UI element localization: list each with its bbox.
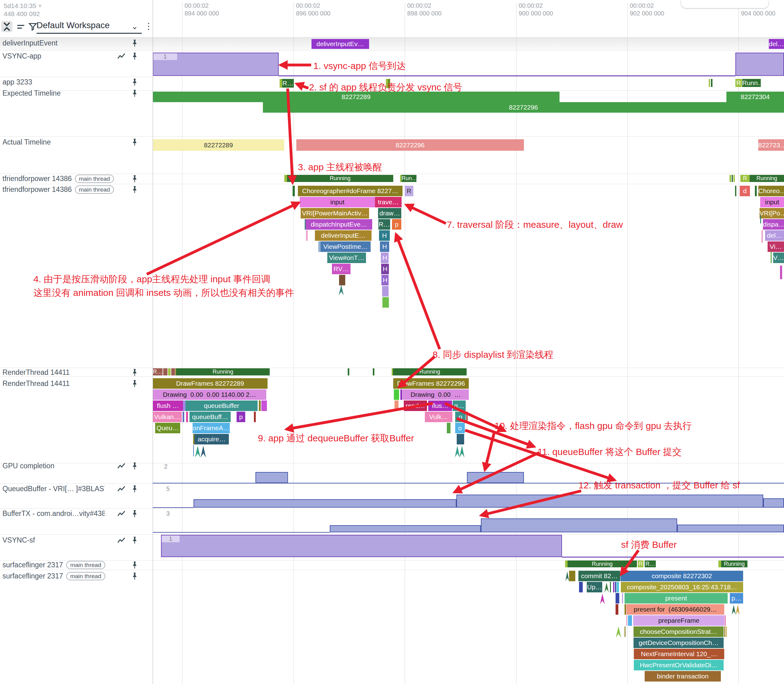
slice[interactable]: Choreo… <box>758 186 784 196</box>
slice[interactable]: 1 <box>153 53 177 60</box>
slice-fragment[interactable] <box>382 297 389 308</box>
slice-fragment[interactable] <box>293 186 295 196</box>
track-row[interactable]: Expected Timeline <box>0 89 153 99</box>
slice[interactable]: R… <box>378 219 390 230</box>
instant-marker-icon[interactable] <box>455 446 460 457</box>
slice[interactable]: DrawFrames 82272289 <box>153 378 268 389</box>
slice-fragment[interactable] <box>318 241 320 252</box>
slice[interactable]: flus… <box>428 400 452 411</box>
slice[interactable]: Running <box>393 368 467 376</box>
slice-fragment[interactable] <box>284 175 287 182</box>
workspace-selector[interactable]: Default Workspace <box>37 21 142 34</box>
slice[interactable]: R <box>405 186 413 196</box>
track-row[interactable]: surfaceflinger 2317main thread <box>0 572 153 582</box>
slice[interactable]: commit 82… <box>579 571 620 581</box>
slice[interactable]: Running <box>721 560 747 567</box>
slice-fragment[interactable] <box>736 53 784 76</box>
slice-fragment[interactable] <box>616 604 618 615</box>
slice-fragment[interactable] <box>725 615 726 626</box>
slice-fragment[interactable] <box>280 79 282 87</box>
pin-icon[interactable] <box>131 462 139 472</box>
slice[interactable]: Running <box>567 560 637 567</box>
instant-marker-icon[interactable] <box>566 571 569 581</box>
slice[interactable]: Run… <box>402 175 417 182</box>
slice[interactable]: Vi… <box>768 241 784 252</box>
slice[interactable]: queueBuffer <box>186 400 258 411</box>
slice[interactable]: p… <box>730 593 743 603</box>
track-row[interactable]: RenderThread 14411 <box>0 368 153 378</box>
slice-fragment[interactable] <box>615 582 616 592</box>
pin-icon[interactable] <box>131 52 139 62</box>
slice-fragment[interactable] <box>466 411 467 422</box>
slice-fragment[interactable] <box>760 215 761 223</box>
slice-fragment[interactable] <box>732 175 733 182</box>
pin-icon[interactable] <box>131 572 139 582</box>
slice[interactable]: draw… <box>378 208 401 218</box>
pin-icon[interactable] <box>131 485 139 495</box>
kebab-menu-icon[interactable]: ⋮ <box>144 21 153 31</box>
slice-fragment[interactable] <box>456 495 763 508</box>
slice[interactable]: R… <box>153 368 163 376</box>
slice[interactable]: binder transaction <box>645 671 721 682</box>
slice[interactable]: H <box>379 230 390 241</box>
instant-marker-icon[interactable] <box>616 626 621 637</box>
slice[interactable]: trave… <box>375 197 402 207</box>
slice[interactable]: input <box>760 197 784 207</box>
slice-fragment[interactable] <box>622 593 623 603</box>
slice-fragment[interactable] <box>624 626 626 637</box>
slice-fragment[interactable] <box>382 286 389 297</box>
slice[interactable]: Vulkan… <box>153 411 182 422</box>
slice[interactable]: 82272296 <box>263 102 784 113</box>
slice-fragment[interactable] <box>254 411 256 422</box>
filter-icon[interactable] <box>29 22 37 32</box>
slice[interactable]: 822723… <box>758 139 784 151</box>
slice[interactable]: H <box>380 241 389 252</box>
slice[interactable]: Up… <box>587 582 602 592</box>
slice-fragment[interactable] <box>616 593 619 603</box>
slice[interactable]: 82272304 <box>726 92 784 102</box>
slice[interactable]: VRI[PowerMainActiv… <box>301 208 369 218</box>
slice-fragment[interactable] <box>628 615 632 626</box>
slice[interactable]: DrawFrames 82272296 <box>393 378 469 389</box>
pin-icon[interactable] <box>131 89 139 99</box>
slice[interactable]: ViewPostIme… <box>320 241 371 252</box>
slice[interactable]: chooseCompositionStrat… <box>634 626 724 637</box>
slice-fragment[interactable] <box>171 368 175 376</box>
sort-tracks-icon[interactable] <box>16 23 25 32</box>
pin-icon[interactable] <box>131 379 139 389</box>
track-row[interactable]: VSYNC-sf <box>0 536 153 546</box>
slice-fragment[interactable] <box>763 498 784 508</box>
slice-fragment[interactable] <box>613 582 614 592</box>
slice-fragment[interactable] <box>610 582 611 592</box>
slice-fragment[interactable] <box>709 79 710 87</box>
slice-fragment[interactable] <box>735 186 736 196</box>
slice-fragment[interactable] <box>579 582 583 592</box>
slice[interactable]: q… <box>453 400 466 411</box>
slice-fragment[interactable] <box>161 535 562 557</box>
slice[interactable]: q <box>455 411 466 422</box>
slice[interactable]: onFrameA… <box>192 423 230 433</box>
slice-fragment[interactable] <box>183 400 186 411</box>
slice[interactable]: input <box>300 197 375 207</box>
slice[interactable]: R <box>638 560 643 567</box>
slice[interactable]: rend… <box>404 400 427 411</box>
slice-fragment[interactable] <box>193 445 194 456</box>
slice-fragment[interactable] <box>373 368 374 376</box>
slice[interactable]: p <box>392 219 401 230</box>
slice[interactable]: p <box>236 411 245 422</box>
collapse-tracks-icon[interactable] <box>1 21 12 32</box>
slice-fragment[interactable] <box>729 175 731 182</box>
pin-icon[interactable] <box>131 138 139 148</box>
pin-icon[interactable] <box>131 536 139 546</box>
track-row[interactable]: RenderThread 14411 <box>0 379 153 389</box>
slice[interactable]: RV… <box>332 264 351 274</box>
slice[interactable]: flush … <box>153 400 183 411</box>
slice-fragment[interactable] <box>677 524 784 532</box>
instant-marker-icon[interactable] <box>195 446 200 457</box>
slice-fragment[interactable] <box>447 423 451 433</box>
slice[interactable]: prepareFrame <box>633 615 724 626</box>
track-row[interactable]: Actual Timeline <box>0 138 153 148</box>
slice-fragment[interactable] <box>624 604 626 615</box>
slice[interactable]: Choreographer#doFrame 8227… <box>298 186 403 196</box>
slice-fragment[interactable] <box>186 411 188 422</box>
